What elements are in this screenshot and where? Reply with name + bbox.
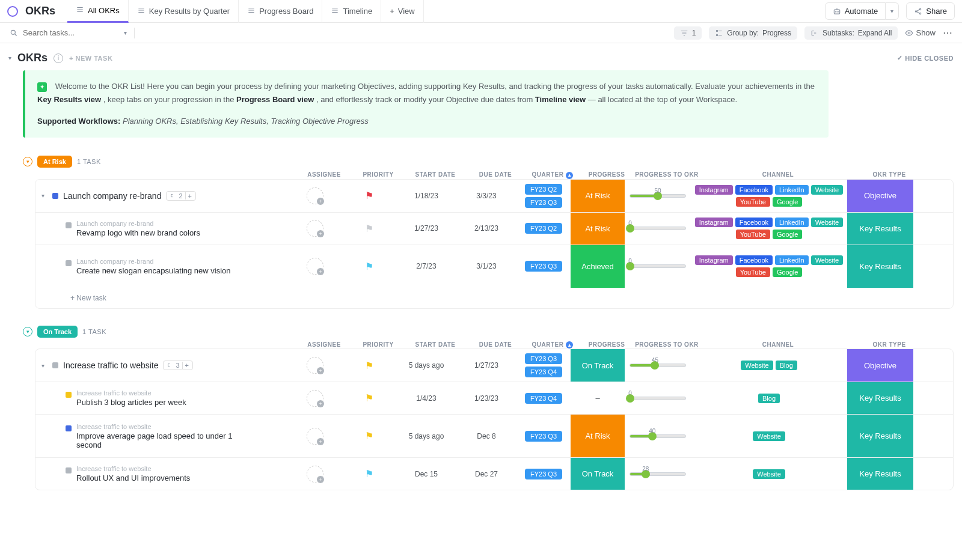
channel-cell[interactable]: InstagramFacebookLinkedInWebsiteYouTubeG…: [691, 252, 847, 281]
status-square[interactable]: [66, 222, 72, 228]
subtask-count[interactable]: 3 +: [163, 361, 193, 370]
quarter-cell[interactable]: FY23 Q3: [516, 427, 571, 445]
okr-type[interactable]: Key Results: [847, 382, 913, 414]
progress-status[interactable]: At Risk: [571, 180, 625, 212]
quarter-cell[interactable]: FY23 Q4: [516, 389, 571, 407]
priority-flag[interactable]: ⚑: [365, 190, 373, 201]
channel-cell[interactable]: InstagramFacebookLinkedInWebsiteYouTubeG…: [691, 214, 847, 243]
info-icon[interactable]: i: [54, 53, 63, 63]
more-menu[interactable]: ⋯: [943, 27, 952, 38]
col-channel[interactable]: CHANNEL: [700, 341, 856, 348]
start-date[interactable]: 1/4/23: [396, 382, 456, 414]
okr-type[interactable]: Key Results: [847, 415, 913, 457]
group-status-pill[interactable]: On Track: [37, 326, 78, 338]
assignee-add[interactable]: [307, 187, 323, 204]
add-view-tab[interactable]: +View: [381, 0, 424, 23]
priority-flag[interactable]: ⚑: [365, 468, 373, 479]
col-assignee[interactable]: ASSIGNEE: [297, 171, 351, 178]
col-quarter[interactable]: QUARTER▲: [525, 341, 580, 348]
quarter-cell[interactable]: FY23 Q3FY23 Q4: [516, 350, 571, 381]
start-date[interactable]: 5 days ago: [396, 349, 456, 382]
expand-toggle[interactable]: ▾: [41, 192, 47, 199]
subtask-row[interactable]: Launch company re-brand Create new sloga…: [35, 245, 953, 288]
progress-status[interactable]: –: [571, 382, 625, 414]
quarter-cell[interactable]: FY23 Q2FY23 Q3: [516, 180, 571, 212]
show-button[interactable]: Show: [905, 28, 936, 37]
okr-type[interactable]: Key Results: [847, 458, 913, 490]
assignee-add[interactable]: [307, 466, 323, 482]
subtask-row[interactable]: Launch company re-brand Revamp logo with…: [35, 212, 953, 245]
task-row[interactable]: ▾ Launch company re-brand 2 +⚑1/18/233/3…: [35, 180, 953, 212]
subtask-count[interactable]: 2 +: [166, 191, 196, 201]
col-assignee[interactable]: ASSIGNEE: [297, 341, 351, 348]
col-progress-to-okr[interactable]: PROGRESS TO OKR: [634, 341, 700, 348]
progress-slider[interactable]: 50: [625, 194, 691, 198]
due-date[interactable]: Dec 8: [456, 415, 516, 457]
progress-status[interactable]: At Risk: [571, 415, 625, 457]
chevron-down-icon[interactable]: ▾: [124, 29, 127, 36]
col-start[interactable]: START DATE: [405, 341, 465, 348]
automate-button[interactable]: Automate: [825, 2, 886, 20]
status-square[interactable]: [52, 362, 58, 368]
priority-flag[interactable]: ⚑: [365, 360, 373, 371]
subtask-row[interactable]: Increase traffic to website Rollout UX a…: [35, 457, 953, 490]
channel-cell[interactable]: Blog: [691, 390, 847, 407]
okr-type[interactable]: Key Results: [847, 245, 913, 288]
due-date[interactable]: 1/27/23: [456, 349, 516, 382]
due-date[interactable]: 3/1/23: [456, 245, 516, 288]
col-due[interactable]: DUE DATE: [465, 341, 525, 348]
subtasks-pill[interactable]: Subtasks: Expand All: [804, 26, 898, 40]
expand-toggle[interactable]: ▾: [41, 362, 47, 369]
col-progress-to-okr[interactable]: PROGRESS TO OKR: [634, 171, 700, 178]
search-input-wrap[interactable]: ▾: [10, 28, 127, 37]
status-square[interactable]: [66, 425, 72, 431]
start-date[interactable]: Dec 15: [396, 458, 456, 490]
assignee-add[interactable]: [307, 390, 323, 407]
channel-cell[interactable]: Website: [691, 466, 847, 482]
group-by-pill[interactable]: Group by: Progress: [709, 26, 797, 40]
subtask-row[interactable]: Increase traffic to website Publish 3 bl…: [35, 382, 953, 414]
start-date[interactable]: 1/27/23: [396, 213, 456, 245]
priority-flag[interactable]: ⚑: [365, 261, 373, 272]
group-collapse[interactable]: ▾: [23, 327, 32, 336]
progress-slider[interactable]: 0: [625, 227, 691, 230]
filter-pill[interactable]: 1: [674, 26, 702, 40]
start-date[interactable]: 2/7/23: [396, 245, 456, 288]
due-date[interactable]: 2/13/23: [456, 213, 516, 245]
progress-status[interactable]: On Track: [571, 458, 625, 490]
progress-slider[interactable]: 0: [625, 264, 691, 268]
col-progress[interactable]: PROGRESS: [580, 171, 634, 178]
search-input[interactable]: [23, 28, 119, 37]
col-channel[interactable]: CHANNEL: [700, 171, 856, 178]
plus-icon[interactable]: +: [182, 362, 189, 369]
channel-cell[interactable]: InstagramFacebookLinkedInWebsiteYouTubeG…: [691, 181, 847, 210]
progress-status[interactable]: On Track: [571, 349, 625, 382]
start-date[interactable]: 1/18/23: [396, 180, 456, 212]
task-row[interactable]: ▾ Increase traffic to website 3 +⚑5 days…: [35, 349, 953, 382]
col-progress[interactable]: PROGRESS: [580, 341, 634, 348]
assignee-add[interactable]: [307, 428, 323, 445]
group-collapse[interactable]: ▾: [23, 157, 32, 166]
col-priority[interactable]: PRIORITY: [351, 341, 405, 348]
plus-icon[interactable]: +: [185, 192, 192, 199]
subtask-row[interactable]: Increase traffic to website Improve aver…: [35, 414, 953, 457]
col-start[interactable]: START DATE: [405, 171, 465, 178]
progress-status[interactable]: Achieved: [571, 245, 625, 288]
group-status-pill[interactable]: At Risk: [37, 156, 72, 168]
col-priority[interactable]: PRIORITY: [351, 171, 405, 178]
progress-slider[interactable]: 28: [625, 472, 691, 476]
progress-status[interactable]: At Risk: [571, 213, 625, 245]
assignee-add[interactable]: [307, 220, 323, 237]
priority-flag[interactable]: ⚑: [365, 223, 373, 234]
start-date[interactable]: 5 days ago: [396, 415, 456, 457]
status-square[interactable]: [66, 392, 72, 398]
quarter-cell[interactable]: FY23 Q3: [516, 257, 571, 275]
new-task-button[interactable]: + NEW TASK: [69, 55, 112, 62]
priority-flag[interactable]: ⚑: [365, 392, 373, 404]
section-collapse[interactable]: ▾: [8, 55, 11, 61]
hide-closed-button[interactable]: ✓ HIDE CLOSED: [897, 54, 954, 62]
progress-slider[interactable]: 40: [625, 434, 691, 438]
okr-type[interactable]: Key Results: [847, 213, 913, 245]
col-okrtype[interactable]: OKR TYPE: [856, 171, 922, 178]
col-quarter[interactable]: QUARTER▲: [525, 171, 580, 178]
